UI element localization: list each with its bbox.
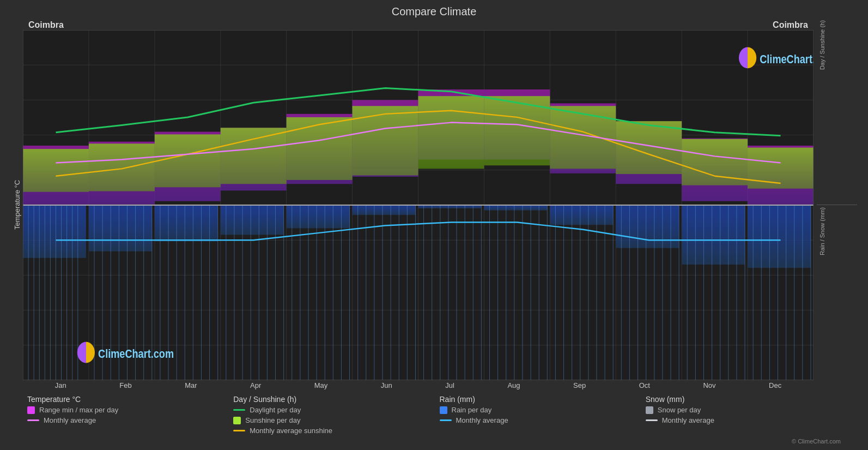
- chart-middle: Coimbra Coimbra: [23, 20, 814, 389]
- svg-rect-46: [89, 205, 152, 251]
- svg-rect-42: [616, 121, 682, 174]
- legend-sunshine-avg: Monthly average sunshine: [233, 427, 428, 435]
- legend-temp-range-label: Range min / max per day: [39, 406, 118, 414]
- month-mar: Mar: [185, 381, 197, 389]
- svg-point-176: [739, 47, 756, 68]
- month-jul: Jul: [445, 381, 454, 389]
- legend-temp-avg: Monthly average: [27, 416, 222, 424]
- svg-rect-34: [89, 143, 155, 191]
- month-dec: Dec: [769, 381, 781, 389]
- right-axis-rain-label: Rain / Snow (mm): [819, 207, 825, 255]
- svg-rect-49: [287, 205, 350, 228]
- svg-rect-37: [287, 117, 353, 180]
- legend-snow-avg-line: [646, 419, 658, 421]
- month-may: May: [314, 381, 328, 389]
- legend-area: Temperature °C Range min / max per day M…: [11, 389, 857, 437]
- legend-rain-day: Rain per day: [440, 406, 635, 414]
- svg-text:ClimeChart.com: ClimeChart.com: [98, 347, 174, 360]
- right-city-label: Coimbra: [773, 20, 808, 30]
- legend-rain-title: Rain (mm): [440, 395, 635, 404]
- legend-sunshine: Sunshine per day: [233, 416, 428, 424]
- svg-rect-48: [221, 205, 284, 235]
- svg-rect-39: [418, 96, 484, 169]
- chart-svg-container: 50 40 30 20 10 -10 -20 -30 -40 -50 0 24 …: [23, 30, 814, 380]
- svg-rect-41: [550, 106, 616, 169]
- legend-snow: Snow (mm) Snow per day Monthly average: [646, 395, 841, 435]
- legend-sunshine-swatch: [233, 417, 241, 424]
- legend-temp-title: Temperature °C: [27, 395, 222, 404]
- legend-sunshine-avg-label: Monthly average sunshine: [250, 427, 332, 435]
- chart-area: Temperature °C Coimbra Coimbra: [11, 20, 857, 389]
- legend-rain-day-label: Rain per day: [452, 406, 492, 414]
- copyright: © ClimeChart.com: [11, 438, 857, 445]
- month-nov: Nov: [703, 381, 715, 389]
- legend-snow-day: Snow per day: [646, 406, 841, 414]
- legend-daylight-line: [233, 409, 245, 411]
- legend-sunshine-avg-line: [233, 430, 245, 431]
- month-jan: Jan: [55, 381, 66, 389]
- month-sep: Sep: [573, 381, 586, 389]
- svg-rect-45: [23, 205, 86, 258]
- left-city-label: Coimbra: [28, 20, 64, 30]
- legend-temperature: Temperature °C Range min / max per day M…: [27, 395, 222, 435]
- month-aug: Aug: [507, 381, 520, 389]
- svg-text:ClimeChart.com: ClimeChart.com: [760, 52, 814, 65]
- svg-rect-52: [484, 205, 547, 211]
- svg-rect-50: [353, 205, 416, 215]
- page-title: Compare Climate: [11, 5, 857, 18]
- left-axis-label: Temperature °C: [11, 20, 23, 389]
- svg-rect-33: [23, 149, 89, 192]
- chart-top-labels: Coimbra Coimbra: [23, 20, 814, 30]
- legend-sunshine-label: Sunshine per day: [245, 416, 300, 424]
- svg-rect-38: [353, 106, 418, 175]
- legend-snow-avg-label: Monthly average: [662, 416, 714, 424]
- svg-rect-56: [748, 205, 811, 268]
- legend-rain-swatch: [440, 406, 447, 414]
- chart-svg: 50 40 30 20 10 -10 -20 -30 -40 -50 0 24 …: [23, 30, 814, 380]
- legend-snow-title: Snow (mm): [646, 395, 841, 404]
- right-axis-day-label: Day / Sunshine (h): [819, 20, 825, 70]
- legend-temp-avg-label: Monthly average: [44, 416, 96, 424]
- legend-rain-avg-line: [440, 419, 452, 421]
- legend-temp-range-swatch: [27, 406, 35, 414]
- legend-snow-day-label: Snow per day: [658, 406, 701, 414]
- month-apr: Apr: [250, 381, 261, 389]
- month-oct: Oct: [639, 381, 650, 389]
- legend-day-sunshine: Day / Sunshine (h) Daylight per day Suns…: [233, 395, 428, 435]
- svg-rect-47: [155, 205, 218, 242]
- legend-sunshine-title: Day / Sunshine (h): [233, 395, 428, 404]
- svg-rect-44: [748, 148, 814, 189]
- svg-rect-54: [616, 205, 679, 248]
- legend-snow-swatch: [646, 406, 653, 414]
- legend-rain-avg-label: Monthly average: [456, 416, 508, 424]
- legend-temp-avg-line: [27, 419, 39, 421]
- svg-rect-36: [221, 128, 287, 184]
- svg-rect-53: [550, 205, 613, 225]
- page-container: Compare Climate Temperature °C Coimbra C…: [0, 0, 868, 450]
- svg-rect-35: [155, 134, 221, 187]
- legend-daylight-label: Daylight per day: [250, 406, 301, 414]
- legend-daylight: Daylight per day: [233, 406, 428, 414]
- svg-point-178: [77, 342, 95, 363]
- x-axis-labels: Jan Feb Mar Apr May Jun Jul Aug Sep Oct …: [23, 380, 814, 389]
- legend-rain-avg: Monthly average: [440, 416, 635, 424]
- legend-temp-range: Range min / max per day: [27, 406, 222, 414]
- legend-rain: Rain (mm) Rain per day Monthly average: [440, 395, 635, 435]
- month-feb: Feb: [119, 381, 131, 389]
- legend-snow-avg: Monthly average: [646, 416, 841, 424]
- svg-rect-55: [682, 205, 745, 265]
- month-jun: Jun: [381, 381, 392, 389]
